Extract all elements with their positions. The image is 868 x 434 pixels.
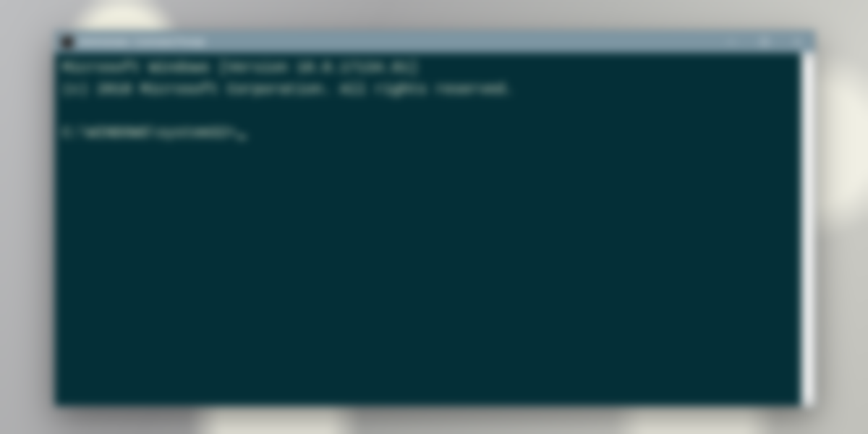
chevron-up-icon <box>805 56 812 62</box>
minimize-button[interactable] <box>715 31 748 53</box>
cmd-icon <box>61 35 74 48</box>
scroll-up-button[interactable] <box>802 53 814 65</box>
desktop-background: Administrator: Command Prompt Microsoft … <box>0 0 868 434</box>
window-title: Administrator: Command Prompt <box>78 37 715 47</box>
scroll-down-button[interactable] <box>802 393 814 406</box>
vertical-scrollbar[interactable] <box>801 53 814 406</box>
client-area: Microsoft Windows [Version 10.0.17134.81… <box>55 53 814 406</box>
console-line: (c) 2018 Microsoft Corporation. All righ… <box>62 81 514 98</box>
console-line: Microsoft Windows [Version 10.0.17134.81… <box>62 59 418 76</box>
close-icon <box>794 38 801 46</box>
titlebar[interactable]: Administrator: Command Prompt <box>55 31 814 53</box>
maximize-button[interactable] <box>748 31 781 53</box>
chevron-down-icon <box>805 396 812 403</box>
minimize-icon <box>728 38 735 46</box>
svg-rect-0 <box>762 39 768 46</box>
close-button[interactable] <box>781 31 814 53</box>
maximize-icon <box>761 38 768 46</box>
window-controls <box>715 31 814 53</box>
scroll-track[interactable] <box>802 65 814 393</box>
console-output[interactable]: Microsoft Windows [Version 10.0.17134.81… <box>55 53 801 406</box>
text-cursor <box>237 136 246 138</box>
command-prompt-window: Administrator: Command Prompt Microsoft … <box>54 30 815 407</box>
console-prompt: C:\WINDOWS\system32> <box>62 124 236 141</box>
